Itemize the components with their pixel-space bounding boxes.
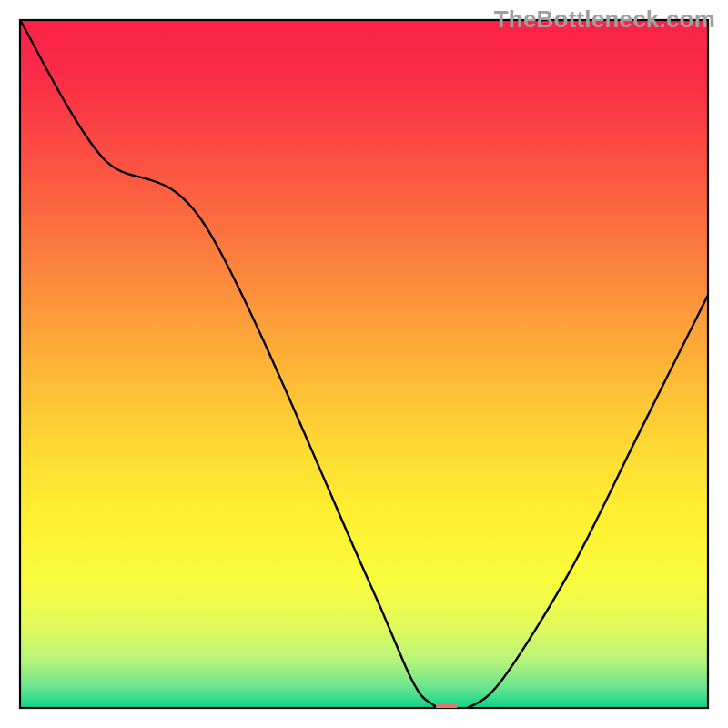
watermark-label: TheBottleneck.com (494, 5, 715, 34)
plot-background (20, 20, 708, 708)
optimal-marker (436, 703, 458, 713)
bottleneck-chart: TheBottleneck.com (0, 0, 728, 728)
chart-svg (0, 0, 728, 728)
